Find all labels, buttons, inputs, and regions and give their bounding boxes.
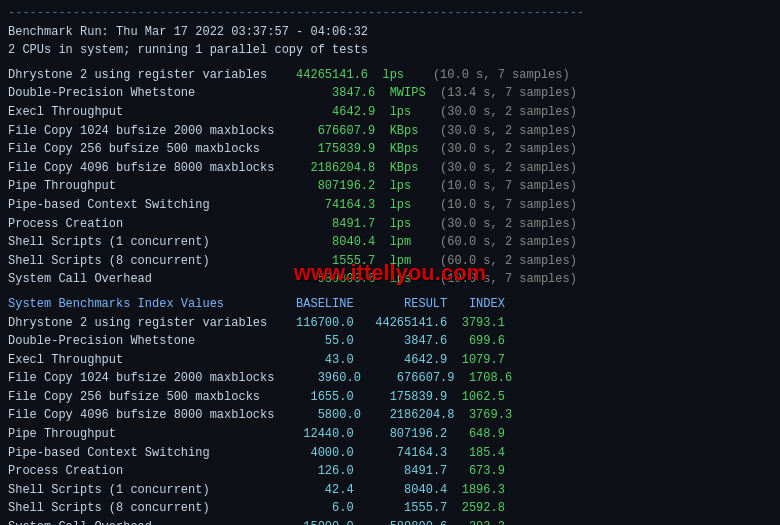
index-section: System Benchmarks Index Values BASELINE … — [8, 295, 772, 525]
index-header: System Benchmarks Index Values BASELINE … — [8, 295, 772, 314]
index-row: Pipe-based Context Switching 4000.0 7416… — [8, 444, 772, 463]
index-row: File Copy 1024 bufsize 2000 maxblocks 39… — [8, 369, 772, 388]
index-row: System Call Overhead 15000.0 589890.6 39… — [8, 518, 772, 525]
index-row: File Copy 4096 bufsize 8000 maxblocks 58… — [8, 406, 772, 425]
index-row: Shell Scripts (1 concurrent) 42.4 8040.4… — [8, 481, 772, 500]
index-row: File Copy 256 bufsize 500 maxblocks 1655… — [8, 388, 772, 407]
header-line2: 2 CPUs in system; running 1 parallel cop… — [8, 41, 772, 60]
watermark: www.ittellyou.com — [294, 260, 486, 286]
benchmark-row: Shell Scripts (1 concurrent) 8040.4 lpm … — [8, 233, 772, 252]
benchmark-row: Dhrystone 2 using register variables 442… — [8, 66, 772, 85]
index-row: Dhrystone 2 using register variables 116… — [8, 314, 772, 333]
benchmark-row: File Copy 4096 bufsize 8000 maxblocks 21… — [8, 159, 772, 178]
header-line1: Benchmark Run: Thu Mar 17 2022 03:37:57 … — [8, 23, 772, 42]
benchmark-row: File Copy 1024 bufsize 2000 maxblocks 67… — [8, 122, 772, 141]
benchmark-row: Execl Throughput 4642.9 lps (30.0 s, 2 s… — [8, 103, 772, 122]
index-row: Pipe Throughput 12440.0 807196.2 648.9 — [8, 425, 772, 444]
index-row: Shell Scripts (8 concurrent) 6.0 1555.7 … — [8, 499, 772, 518]
benchmark-row: Double-Precision Whetstone 3847.6 MWIPS … — [8, 84, 772, 103]
benchmark-row: Pipe Throughput 807196.2 lps (10.0 s, 7 … — [8, 177, 772, 196]
divider-top: ----------------------------------------… — [8, 4, 772, 23]
index-row: Double-Precision Whetstone 55.0 3847.6 6… — [8, 332, 772, 351]
benchmark-row: File Copy 256 bufsize 500 maxblocks 1758… — [8, 140, 772, 159]
benchmark-list: Dhrystone 2 using register variables 442… — [8, 66, 772, 289]
index-row: Process Creation 126.0 8491.7 673.9 — [8, 462, 772, 481]
benchmark-row: Pipe-based Context Switching 74164.3 lps… — [8, 196, 772, 215]
index-row: Execl Throughput 43.0 4642.9 1079.7 — [8, 351, 772, 370]
benchmark-row: Process Creation 8491.7 lps (30.0 s, 2 s… — [8, 215, 772, 234]
